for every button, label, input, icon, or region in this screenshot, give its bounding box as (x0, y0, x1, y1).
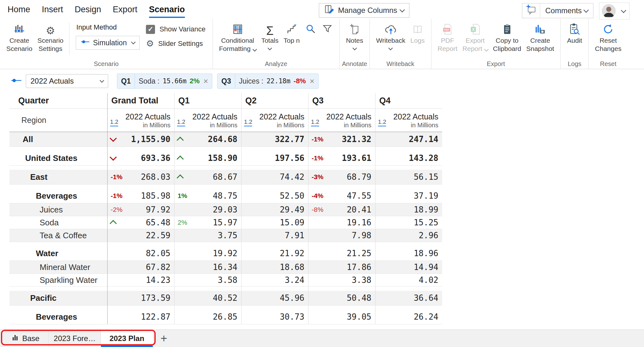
value-cell[interactable]: 26.24 (375, 310, 442, 324)
value-cell[interactable]: 45.96 (241, 291, 308, 306)
row-label-united-states[interactable]: United States (9, 151, 107, 166)
add-comment-button[interactable] (522, 3, 540, 18)
value-cell[interactable]: 18.68 (241, 261, 308, 274)
value-cell[interactable]: 693.36 (107, 151, 174, 166)
value-cell[interactable]: 68.67 (174, 170, 241, 185)
value-cell[interactable]: 2%15.97 (174, 216, 241, 229)
value-cell[interactable]: 15.25 (375, 216, 442, 229)
value-cell[interactable]: 143.28 (375, 151, 442, 166)
value-cell[interactable]: 21.92 (241, 246, 308, 261)
value-cell[interactable]: 18.96 (375, 246, 442, 261)
value-cell[interactable]: 19.92 (174, 246, 241, 261)
input-method-dropdown[interactable]: Simulation (76, 36, 140, 50)
account-menu[interactable] (599, 3, 630, 19)
value-cell[interactable]: 82.05 (107, 246, 174, 261)
manage-columns-button[interactable]: Manage Columns (319, 3, 409, 18)
close-icon[interactable]: × (203, 78, 208, 84)
value-cell[interactable]: -1%193.61 (308, 151, 375, 166)
value-cell[interactable]: 26.85 (174, 310, 241, 324)
value-cell[interactable]: 74.42 (241, 170, 308, 185)
value-cell[interactable]: 7.91 (241, 229, 308, 242)
number-format-badge[interactable]: 1.2 (311, 118, 319, 126)
row-label-all[interactable]: All (9, 132, 107, 147)
value-cell[interactable]: 36.64 (375, 291, 442, 306)
value-cell[interactable]: 52.50 (241, 189, 308, 203)
value-cell[interactable]: 14.94 (375, 261, 442, 274)
value-cell[interactable]: 50.48 (308, 291, 375, 306)
menu-tab-home[interactable]: Home (8, 0, 30, 19)
slider-settings-button[interactable]: ⚙Slider Settings (146, 36, 205, 51)
audit-button[interactable]: Audit (564, 22, 585, 45)
row-label-sparkling-water[interactable]: Sparkling Water (9, 274, 107, 287)
create-button[interactable]: CreateScenario (4, 22, 35, 53)
value-cell[interactable]: 56.15 (375, 170, 442, 185)
row-label-soda[interactable]: Soda (9, 216, 107, 229)
value-cell[interactable]: 3.75 (174, 229, 241, 242)
value-cell[interactable]: 29.03 (174, 203, 241, 216)
totals-button[interactable]: ΣTotals (259, 22, 281, 50)
row-label-juices[interactable]: Juices (9, 203, 107, 216)
comments-button[interactable]: Comments (540, 3, 593, 18)
value-cell[interactable]: -1%268.03 (107, 170, 174, 185)
value-cell[interactable]: 30.73 (241, 310, 308, 324)
number-format-badge[interactable]: 1.2 (244, 118, 252, 126)
create-button[interactable]: CreateSnapshot (524, 22, 557, 53)
value-cell[interactable]: 22.59 (107, 229, 174, 242)
row-label-beverages[interactable]: Beverages (9, 310, 107, 324)
scenario-button[interactable]: ⚙ScenarioSettings (35, 22, 66, 53)
value-cell[interactable]: 37.19 (375, 189, 442, 203)
number-format-badge[interactable]: 1.2 (110, 118, 118, 126)
value-cell[interactable]: 2.96 (375, 229, 442, 242)
menu-tab-design[interactable]: Design (75, 0, 101, 19)
value-cell[interactable]: 3.24 (241, 274, 308, 287)
value-cell[interactable]: 1%48.75 (174, 189, 241, 203)
value-cell[interactable]: 40.52 (174, 291, 241, 306)
value-cell[interactable]: 7.98 (308, 229, 375, 242)
value-cell[interactable]: 3.38 (308, 274, 375, 287)
row-label-pacific[interactable]: Pacific (9, 291, 107, 306)
conditional-button[interactable]: ConditionalFormatting (217, 22, 259, 53)
row-label-tea-coffee[interactable]: Tea & Coffee (9, 229, 107, 242)
value-cell[interactable]: -8%20.41 (308, 203, 375, 216)
add-sheet-button[interactable]: + (155, 330, 172, 347)
value-cell[interactable]: 39.05 (308, 310, 375, 324)
number-format-badge[interactable]: 1.2 (177, 118, 185, 126)
sheet-tab-2023-plan[interactable]: 2023 Plan (101, 330, 153, 347)
value-cell[interactable]: 65.48 (107, 216, 174, 229)
value-cell[interactable]: 15.09 (241, 216, 308, 229)
value-cell[interactable]: 158.90 (174, 151, 241, 166)
sheet-tab-2023-fore-[interactable]: 2023 Fore… (49, 330, 101, 347)
value-cell[interactable]: 14.23 (107, 274, 174, 287)
value-cell[interactable]: 29.49 (241, 203, 308, 216)
value-cell[interactable]: 1,155.90 (107, 132, 174, 147)
top-n-button[interactable]: Top n (281, 22, 302, 45)
value-cell[interactable]: 3.58 (174, 274, 241, 287)
value-cell[interactable]: -1%321.32 (308, 132, 375, 147)
value-cell[interactable]: -2%97.92 (107, 203, 174, 216)
show-variance-toggle[interactable]: ✓Show Variance (146, 22, 205, 36)
value-cell[interactable]: 16.34 (174, 261, 241, 274)
menu-tab-insert[interactable]: Insert (42, 0, 63, 19)
filter-button[interactable] (319, 22, 336, 36)
value-cell[interactable]: -4%47.55 (308, 189, 375, 203)
value-cell[interactable]: 67.82 (107, 261, 174, 274)
value-cell[interactable]: 21.25 (308, 246, 375, 261)
number-format-badge[interactable]: 1.2 (378, 118, 386, 126)
value-cell[interactable]: 19.16 (308, 216, 375, 229)
menu-tab-scenario[interactable]: Scenario (149, 0, 185, 19)
row-label-east[interactable]: East (9, 170, 107, 185)
copy-to-button[interactable]: Copy toClipboard (491, 22, 524, 53)
value-cell[interactable]: 18.99 (375, 203, 442, 216)
sheet-tab-base[interactable]: Base (3, 330, 49, 347)
value-cell[interactable]: 122.87 (107, 310, 174, 324)
value-cell[interactable]: -1%185.98 (107, 189, 174, 203)
menu-tab-export[interactable]: Export (113, 0, 137, 19)
value-cell[interactable]: 264.68 (174, 132, 241, 147)
close-icon[interactable]: × (310, 78, 314, 84)
value-cell[interactable]: 17.86 (308, 261, 375, 274)
reset-button[interactable]: ResetChanges (592, 22, 624, 53)
value-cell[interactable]: -3%68.79 (308, 170, 375, 185)
value-cell[interactable]: 322.77 (241, 132, 308, 147)
scenario-select[interactable]: 2022 Actuals (26, 74, 108, 88)
search-button[interactable] (302, 22, 319, 36)
